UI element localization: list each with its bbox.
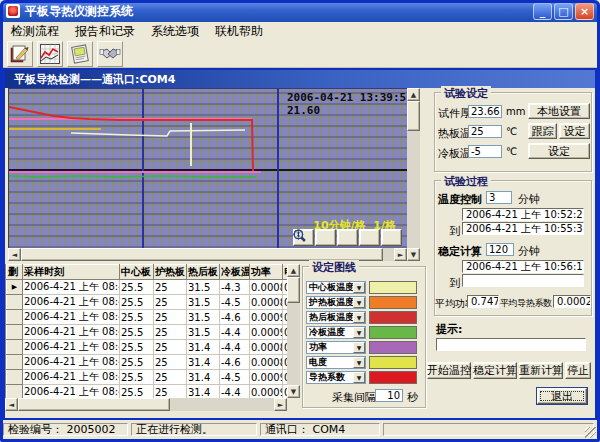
row-selector-current-icon[interactable]: ▶ <box>7 280 23 295</box>
line-select-2[interactable]: 热后板温度▼ <box>306 311 366 324</box>
table-cell: 25.5 <box>120 370 154 385</box>
line-select-0[interactable]: 中心板温度▼ <box>306 281 366 294</box>
table-v-scroll-thumb[interactable] <box>287 277 300 303</box>
chart-v-scroll-thumb[interactable] <box>407 101 420 131</box>
chart-scroll-down-icon[interactable]: ▼ <box>407 248 420 261</box>
line-color-swatch-2[interactable] <box>369 311 417 324</box>
table-cell: 31.5 <box>187 295 220 310</box>
line-color-swatch-6[interactable] <box>369 371 417 384</box>
table-scroll-down-icon[interactable]: ▼ <box>287 385 300 398</box>
line-color-swatch-5[interactable] <box>369 356 417 369</box>
table-row[interactable]: 2006-4-21 上午 08:4125.52531.4-4.60.00080.… <box>7 355 288 370</box>
line-color-swatch-0[interactable] <box>369 281 417 294</box>
chevron-down-icon[interactable]: ▼ <box>353 327 365 338</box>
row-selector[interactable] <box>7 310 23 325</box>
zoom-x-out-button[interactable] <box>315 229 336 246</box>
toolbar-connect-icon[interactable] <box>97 41 123 67</box>
maximize-button[interactable]: □ <box>554 3 573 20</box>
temp-end-field: 2006-4-21 上午 10:55:32 <box>462 222 584 235</box>
table-scroll-right-icon[interactable]: ► <box>274 398 287 411</box>
row-selector[interactable] <box>7 295 23 310</box>
chart-scroll-up-icon[interactable]: ▲ <box>407 88 420 101</box>
track-button[interactable]: 跟踪 <box>528 123 557 139</box>
table-cell: 2006-4-21 上午 08:41 <box>23 385 120 399</box>
table-scroll-up-icon[interactable]: ▲ <box>287 264 300 277</box>
interval-input[interactable]: 10 <box>375 389 403 402</box>
stop-button[interactable]: 停止 <box>565 362 591 379</box>
zoom-x-in-button[interactable] <box>337 229 358 246</box>
row-selector[interactable] <box>7 340 23 355</box>
table-cell: 0.0009 <box>250 310 283 325</box>
table-header-2: 中心板 <box>120 265 154 280</box>
menu-item-3[interactable]: 联机帮助 <box>207 22 271 41</box>
line-select-5[interactable]: 电度▼ <box>306 356 366 369</box>
chart-scroll-right-icon[interactable]: ► <box>394 248 407 261</box>
chart-v-scrollbar[interactable]: ▲ ▼ <box>407 88 420 261</box>
cold-set-button[interactable]: 设定 <box>528 143 590 159</box>
table-row[interactable]: 2006-4-21 上午 08:4025.52531.5-4.60.00090.… <box>7 310 288 325</box>
table-cell: 31.4 <box>187 385 220 399</box>
zoom-y-in-button[interactable] <box>381 229 402 246</box>
chevron-down-icon[interactable]: ▼ <box>353 297 365 308</box>
avg-conductivity-field: 0.00026 <box>553 295 591 308</box>
chevron-down-icon[interactable]: ▼ <box>353 282 365 293</box>
chevron-down-icon[interactable]: ▼ <box>353 372 365 383</box>
table-header-1: 采样时刻 <box>23 265 120 280</box>
menu-item-1[interactable]: 报告和记录 <box>67 22 143 41</box>
menu-item-2[interactable]: 系统选项 <box>143 22 207 41</box>
start-temp-control-button[interactable]: 开始温控 <box>427 362 471 379</box>
exit-button[interactable]: 退出 <box>537 388 587 404</box>
table-h-scrollbar[interactable]: ◄ ► <box>5 398 287 411</box>
chart-scroll-left-icon[interactable]: ◄ <box>8 248 21 261</box>
recalculate-button[interactable]: 重新计算 <box>519 362 563 379</box>
table-header-3: 护热板 <box>154 265 187 280</box>
resize-grip[interactable] <box>585 427 596 438</box>
chevron-down-icon[interactable]: ▼ <box>353 357 365 368</box>
thickness-unit: mm <box>506 106 525 117</box>
thickness-input[interactable]: 23.66 <box>468 105 502 118</box>
table-scroll-left-icon[interactable]: ◄ <box>5 398 18 411</box>
zoom-y-out-button[interactable] <box>359 229 380 246</box>
toolbar-flow-icon[interactable] <box>7 41 33 67</box>
menu-item-0[interactable]: 检测流程 <box>3 22 67 41</box>
table-row[interactable]: 2006-4-21 上午 08:4125.52531.4-4.40.00080.… <box>7 340 288 355</box>
row-selector[interactable] <box>7 325 23 340</box>
line-select-label: 中心板温度 <box>309 282 354 292</box>
table-cell: 0.0008 <box>250 295 283 310</box>
close-button[interactable]: × <box>575 3 594 20</box>
table-v-scrollbar[interactable]: ▲ ▼ <box>287 264 300 398</box>
table-h-scroll-thumb[interactable] <box>18 398 170 411</box>
toolbar-chart-icon[interactable] <box>37 41 63 67</box>
line-select-3[interactable]: 冷板温度▼ <box>306 326 366 339</box>
table-row[interactable]: 2006-4-21 上午 08:4125.52531.4-4.40.00090.… <box>7 385 288 399</box>
table-row[interactable]: 2006-4-21 上午 08:4125.52531.4-4.50.00090.… <box>7 370 288 385</box>
line-color-swatch-4[interactable] <box>369 341 417 354</box>
table-row[interactable]: ▶2006-4-21 上午 08:4025.52531.5-4.30.00080… <box>7 280 288 295</box>
window-title: 平板导热仪测控系统 <box>25 3 133 20</box>
row-selector[interactable] <box>7 385 23 399</box>
table-cell: 25 <box>154 310 187 325</box>
temp-control-input[interactable]: 3 <box>486 191 512 204</box>
line-color-swatch-3[interactable] <box>369 326 417 339</box>
table-cell: 31.4 <box>187 355 220 370</box>
cold-plate-input[interactable]: -5 <box>468 145 502 158</box>
stable-calc-button[interactable]: 稳定计算 <box>473 362 517 379</box>
sample-table-wrap: 删采样时刻中心板护热板热后板冷板温功率电度 ▶2006-4-21 上午 08:4… <box>5 264 287 398</box>
hot-plate-input[interactable]: 25 <box>468 125 502 138</box>
row-selector[interactable] <box>7 370 23 385</box>
line-select-4[interactable]: 功率▼ <box>306 341 366 354</box>
table-cell: -4.4 <box>220 325 250 340</box>
minimize-button[interactable]: _ <box>533 3 552 20</box>
line-color-swatch-1[interactable] <box>369 296 417 309</box>
table-row[interactable]: 2006-4-21 上午 08:4125.52531.5-4.40.00090.… <box>7 325 288 340</box>
hot-set-button[interactable]: 设定 <box>559 123 590 139</box>
line-select-1[interactable]: 护热板温度▼ <box>306 296 366 309</box>
chevron-down-icon[interactable]: ▼ <box>353 312 365 323</box>
row-selector[interactable] <box>7 355 23 370</box>
chevron-down-icon[interactable]: ▼ <box>353 342 365 353</box>
toolbar-report-icon[interactable] <box>67 41 93 67</box>
table-row[interactable]: 2006-4-21 上午 08:4025.52531.5-4.50.00080.… <box>7 295 288 310</box>
local-setup-button[interactable]: 本地设置 <box>528 103 590 119</box>
stable-calc-input[interactable]: 120 <box>486 243 514 256</box>
line-select-6[interactable]: 导热系数▼ <box>306 371 366 384</box>
